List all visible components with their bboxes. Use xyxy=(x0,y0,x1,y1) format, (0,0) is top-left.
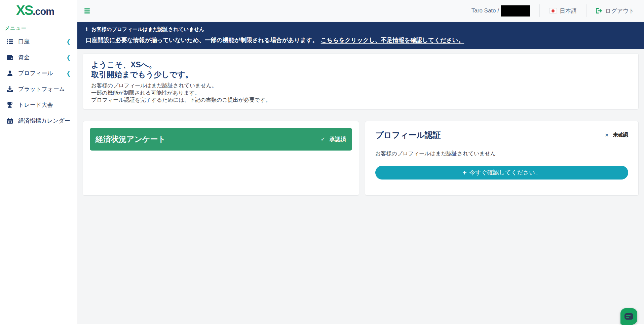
logo-xs-text: XS xyxy=(16,3,33,18)
trophy-icon xyxy=(6,102,13,108)
language-label: 日本語 xyxy=(560,7,577,15)
welcome-card: ようこそ、XSへ。 取引開始までもう少しです。 お客様のプロフィールはまだ認証さ… xyxy=(83,53,639,109)
sidebar-item-label: 経済指標カレンダー xyxy=(18,117,73,125)
header-divider xyxy=(586,4,586,17)
cross-icon: ✕ xyxy=(605,132,609,138)
profile-verification-card: プロフィール認証 ✕ 未確認 お客様のプロフィールはまだ認証されていません + … xyxy=(365,121,639,196)
logout-label: ログアウト xyxy=(605,7,635,15)
cards-row: 経済状況アンケート ✓ 承認済 プロフィール認証 ✕ 未確認 xyxy=(83,121,639,196)
top-header: Taro Sato / 日本語 ログアウト xyxy=(77,0,644,22)
chat-widget-button[interactable] xyxy=(620,308,637,325)
list-icon xyxy=(6,38,13,45)
header-right: Taro Sato / 日本語 ログアウト xyxy=(452,4,635,17)
hamburger-menu-icon[interactable] xyxy=(82,6,92,15)
sidebar: XS.com メニュー 口座 ❮ 資金 ❮ プロフィール xyxy=(0,0,77,324)
app-root: XS.com メニュー 口座 ❮ 資金 ❮ プロフィール xyxy=(0,0,644,324)
profile-status-label: 未確認 xyxy=(613,132,628,138)
verify-now-label: 今すぐ確認してください。 xyxy=(469,168,541,176)
profile-warning-banner: i お客様のプロフィールはまだ認証されていません 口座開設に必要な情報が揃ってい… xyxy=(77,22,644,49)
welcome-body-line1: お客様のプロフィールはまだ認証されていません。 xyxy=(91,82,630,89)
logout-icon xyxy=(596,8,602,13)
chevron-left-icon: ❮ xyxy=(66,54,71,61)
xs-logo[interactable]: XS.com xyxy=(0,0,77,18)
language-selector[interactable]: 日本語 xyxy=(549,7,577,15)
plus-icon: + xyxy=(462,169,466,176)
sidebar-item-calendar[interactable]: 経済指標カレンダー xyxy=(0,113,77,129)
welcome-heading-line2: 取引開始までもう少しです。 xyxy=(91,70,630,79)
japan-flag-icon xyxy=(549,8,557,13)
banner-link[interactable]: こちらをクリックし、不足情報を確認してください。 xyxy=(321,37,464,43)
sidebar-item-label: トレード大会 xyxy=(18,101,73,109)
logo-com-text: .com xyxy=(33,6,54,17)
banner-message: 口座開設に必要な情報が揃っていないため、一部の機能が制限される場合があります。 xyxy=(86,37,318,43)
survey-status-label: 承認済 xyxy=(329,135,346,143)
user-icon xyxy=(6,70,13,77)
welcome-body-line3: プロフィール認証を完了するためには、下記の書類のご提出が必要です。 xyxy=(91,96,630,104)
survey-status-badge: ✓ 承認済 xyxy=(321,135,346,143)
sidebar-item-profile[interactable]: プロフィール ❮ xyxy=(0,65,77,81)
sidebar-item-label: 口座 xyxy=(18,38,66,45)
survey-title: 経済状況アンケート xyxy=(96,134,166,144)
main-area: Taro Sato / 日本語 ログアウト i お xyxy=(77,0,644,324)
welcome-body-line2: 一部の機能が制限される可能性があります。 xyxy=(91,89,630,97)
wallet-icon xyxy=(6,54,13,61)
sidebar-item-label: プロフィール xyxy=(18,69,66,77)
download-icon xyxy=(6,86,13,93)
chat-bubble-icon xyxy=(624,313,633,320)
profile-card-title: プロフィール認証 xyxy=(375,130,441,140)
profile-status-badge: ✕ 未確認 xyxy=(605,132,628,138)
economic-survey-card: 経済状況アンケート ✓ 承認済 xyxy=(83,121,359,196)
logout-button[interactable]: ログアウト xyxy=(596,7,635,15)
check-icon: ✓ xyxy=(321,136,325,142)
sidebar-item-funds[interactable]: 資金 ❮ xyxy=(0,50,77,65)
sidebar-nav: 口座 ❮ 資金 ❮ プロフィール ❮ プラット xyxy=(0,34,77,129)
profile-card-body: お客様のプロフィールはまだ認証されていません xyxy=(375,150,628,157)
chevron-left-icon: ❮ xyxy=(66,70,71,77)
info-icon: i xyxy=(86,26,88,32)
sidebar-item-contests[interactable]: トレード大会 xyxy=(0,97,77,113)
chevron-left-icon: ❮ xyxy=(66,38,71,45)
header-divider xyxy=(539,4,540,17)
welcome-heading-line1: ようこそ、XSへ。 xyxy=(91,60,630,70)
user-name[interactable]: Taro Sato / xyxy=(471,7,499,14)
sidebar-item-accounts[interactable]: 口座 ❮ xyxy=(0,34,77,50)
redacted-account-id xyxy=(501,5,530,17)
content-area: ようこそ、XSへ。 取引開始までもう少しです。 お客様のプロフィールはまだ認証さ… xyxy=(77,49,644,324)
sidebar-item-label: プラットフォーム xyxy=(18,85,73,93)
sidebar-item-label: 資金 xyxy=(18,54,66,61)
banner-title: お客様のプロフィールはまだ認証されていません xyxy=(91,26,204,33)
verify-now-button[interactable]: + 今すぐ確認してください。 xyxy=(375,166,628,180)
sidebar-item-platforms[interactable]: プラットフォーム xyxy=(0,81,77,97)
menu-section-label: メニュー xyxy=(0,18,77,34)
economic-survey-header[interactable]: 経済状況アンケート ✓ 承認済 xyxy=(90,128,352,151)
header-divider xyxy=(462,4,462,17)
calendar-icon xyxy=(6,118,13,124)
